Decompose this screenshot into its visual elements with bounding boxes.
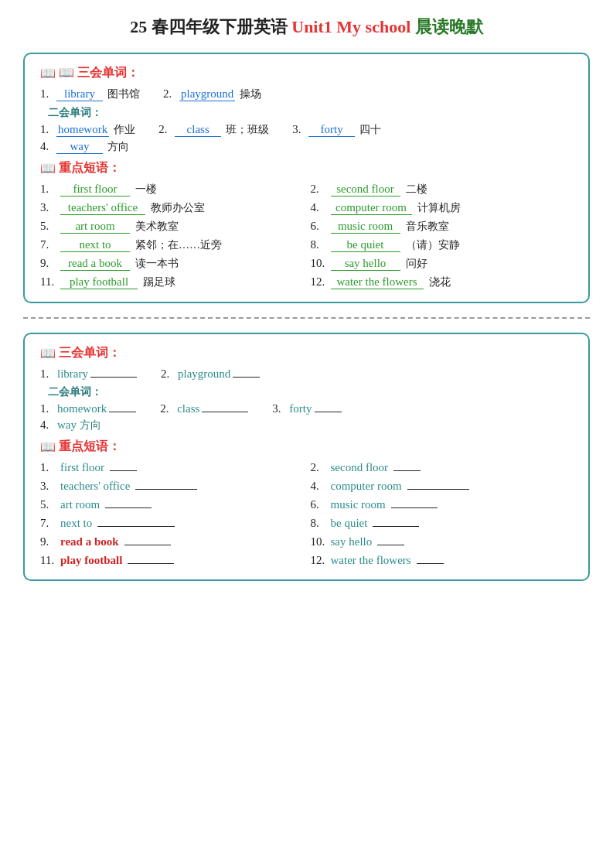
erhui-practice-row: 1. homework 2. class 3. forty bbox=[40, 402, 573, 415]
vocab-item-playground: 2. playground 操场 bbox=[163, 87, 261, 101]
ans-play-football: play football bbox=[60, 275, 138, 289]
practice-class: 2. class bbox=[160, 402, 250, 415]
practice-way: 4. way 方向 bbox=[40, 419, 101, 432]
book-icon-2: 📖 bbox=[40, 161, 56, 176]
title-unit: Unit1 My school bbox=[291, 17, 410, 36]
p2-water-flowers: 12. water the flowers bbox=[311, 554, 574, 567]
phrase-water-flowers: 12. water the flowers 浇花 bbox=[311, 275, 574, 289]
vocab-item-library: 1. library 图书馆 bbox=[40, 87, 140, 101]
ans-teachers-office: teachers' office bbox=[60, 201, 145, 215]
word-read-a-book: read a book bbox=[60, 535, 119, 548]
ans-say-hello: say hello bbox=[331, 257, 400, 271]
phrase-play-football: 11. play football 踢足球 bbox=[40, 275, 303, 289]
answer-homework: homework bbox=[56, 123, 109, 137]
ans-next-to: next to bbox=[60, 238, 130, 252]
phrase-music-room: 6. music room 音乐教室 bbox=[311, 220, 574, 234]
ans-first-floor: first floor bbox=[60, 183, 130, 196]
section1-box: 📖 📖 三会单词： 1. library 图书馆 2. playground 操… bbox=[23, 53, 590, 303]
word-play-football: play football bbox=[60, 554, 122, 567]
answer-way: way bbox=[56, 140, 103, 154]
vocab-item-forty: 3. forty 四十 bbox=[292, 123, 381, 137]
phrases-grid-2: 1. first floor 2. second floor 3. teache… bbox=[40, 461, 573, 567]
book-icon-4: 📖 bbox=[40, 439, 56, 454]
practice-homework: 1. homework bbox=[40, 402, 138, 415]
p2-teachers-office: 3. teachers' office bbox=[40, 480, 303, 493]
erhui-header-1: 二会单词： bbox=[48, 106, 573, 120]
blank-forty bbox=[315, 412, 342, 412]
p2-be-quiet: 8. be quiet bbox=[311, 517, 574, 530]
ans-be-quiet: be quiet bbox=[331, 238, 400, 252]
book-icon-3: 📖 bbox=[40, 346, 56, 361]
practice-forty: 3. forty bbox=[272, 402, 343, 415]
phrase-next-to: 7. next to 紧邻；在……近旁 bbox=[40, 238, 303, 252]
erhui-practice-row2: 4. way 方向 bbox=[40, 419, 573, 432]
p2-computer-room: 4. computer room bbox=[311, 480, 574, 493]
phrases-grid-1: 1. first floor 一楼 2. second floor 二楼 3. … bbox=[40, 183, 573, 289]
sanhui-practice-row: 1. library 2. playground bbox=[40, 367, 573, 381]
vocab-item-homework: 1. homework 作业 bbox=[40, 123, 135, 137]
phrase-read-a-book: 9. read a book 读一本书 bbox=[40, 257, 303, 271]
phrase-be-quiet: 8. be quiet （请）安静 bbox=[311, 238, 574, 252]
p2-read-a-book: 9. read a book bbox=[40, 535, 303, 548]
phrase-say-hello: 10. say hello 问好 bbox=[311, 257, 574, 271]
phrase-computer-room: 4. computer room 计算机房 bbox=[311, 201, 574, 215]
phrases-header-2: 📖 重点短语： bbox=[40, 439, 573, 455]
blank-homework bbox=[109, 412, 136, 412]
vocab-item-way: 4. way 方向 bbox=[40, 140, 129, 154]
phrase-first-floor: 1. first floor 一楼 bbox=[40, 183, 303, 196]
section2-box: 📖 三会单词： 1. library 2. playground 二会单词： 1… bbox=[23, 333, 590, 581]
p2-art-room: 5. art room bbox=[40, 498, 303, 511]
vocab-item-class: 2. class 班；班级 bbox=[158, 123, 269, 137]
erhui-words-row: 1. homework 作业 2. class 班；班级 3. forty 四十 bbox=[40, 123, 573, 137]
answer-class: class bbox=[175, 123, 221, 137]
blank-library bbox=[90, 377, 137, 378]
ans-art-room: art room bbox=[60, 220, 130, 234]
phrase-second-floor: 2. second floor 二楼 bbox=[311, 183, 574, 196]
sanhui-words-row: 1. library 图书馆 2. playground 操场 bbox=[40, 87, 573, 101]
phrase-art-room: 5. art room 美术教室 bbox=[40, 220, 303, 234]
p2-music-room: 6. music room bbox=[311, 498, 574, 511]
p2-second-floor: 2. second floor bbox=[311, 461, 574, 474]
sanhui-header-2: 📖 三会单词： bbox=[40, 345, 573, 361]
answer-forty: forty bbox=[308, 123, 355, 137]
book-icon-1: 📖 bbox=[40, 66, 56, 80]
p2-next-to: 7. next to bbox=[40, 517, 303, 530]
practice-library: 1. library bbox=[40, 367, 139, 381]
ans-music-room: music room bbox=[331, 220, 400, 234]
phrase-teachers-office: 3. teachers' office 教师办公室 bbox=[40, 201, 303, 215]
phrases-header-1: 📖 重点短语： bbox=[40, 160, 573, 176]
erhui-words-row2: 4. way 方向 bbox=[40, 140, 573, 154]
p2-play-football: 11. play football bbox=[40, 554, 303, 567]
blank-class bbox=[202, 412, 248, 412]
dashed-separator bbox=[23, 317, 590, 319]
ans-water-flowers: water the flowers bbox=[331, 275, 424, 289]
answer-playground: playground bbox=[179, 87, 235, 101]
answer-library: library bbox=[56, 87, 103, 101]
ans-second-floor: second floor bbox=[331, 183, 400, 196]
p2-first-floor: 1. first floor bbox=[40, 461, 303, 474]
title-suffix: 晨读晚默 bbox=[410, 17, 483, 36]
page-title: 25 春四年级下册英语 Unit1 My school 晨读晚默 bbox=[23, 15, 590, 39]
erhui-header-2: 二会单词： bbox=[48, 385, 573, 399]
blank-playground bbox=[233, 377, 260, 378]
ans-computer-room: computer room bbox=[331, 201, 412, 215]
ans-read-a-book: read a book bbox=[60, 257, 130, 271]
title-prefix: 25 春四年级下册英语 bbox=[130, 17, 291, 36]
practice-playground: 2. playground bbox=[161, 367, 262, 381]
sanhui-header-1: 📖 📖 三会单词： bbox=[40, 65, 573, 81]
p2-say-hello: 10. say hello bbox=[311, 535, 574, 548]
